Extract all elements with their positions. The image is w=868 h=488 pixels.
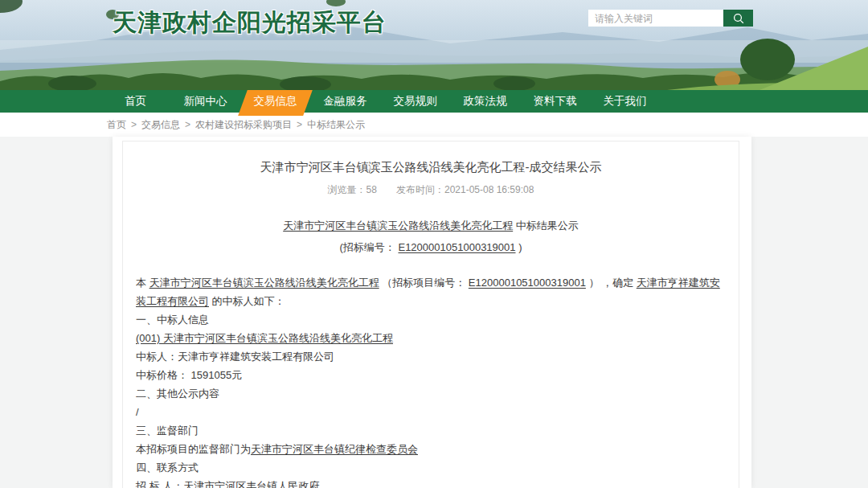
breadcrumb-separator: > xyxy=(297,119,302,130)
search-input[interactable] xyxy=(588,10,723,27)
breadcrumb-separator: > xyxy=(131,119,137,130)
body-line: / xyxy=(136,403,726,421)
notice-heading-line1: 天津市宁河区丰台镇滨玉公路线沿线美化亮化工程 中标结果公示 xyxy=(136,215,726,236)
nav-item-label: 交易规则 xyxy=(394,94,437,109)
nav-item[interactable]: 金融服务 xyxy=(310,90,380,113)
text-segment: 中标人：天津市亨祥建筑安装工程有限公司 xyxy=(136,351,334,363)
breadcrumb-link[interactable]: 农村建设招标采购项目 xyxy=(195,119,292,130)
body-line: 三、监督部门 xyxy=(136,421,726,440)
text-segment: （招标项目编号： xyxy=(379,277,469,289)
text-segment: (招标编号： xyxy=(340,241,399,253)
nav-item[interactable]: 新闻中心 xyxy=(170,90,240,113)
search-button[interactable] xyxy=(723,10,753,27)
text-segment: ) xyxy=(516,241,522,253)
underlined-text: (001) 天津市宁河区丰台镇滨玉公路线沿线美化亮化工程 xyxy=(136,332,393,344)
site-title: 天津政村企阳光招采平台 xyxy=(113,6,387,39)
search-icon xyxy=(732,12,745,25)
main-nav: 首页新闻中心交易信息金融服务交易规则政策法规资料下载关于我们 xyxy=(0,90,868,113)
underlined-text: E1200001051000319001 xyxy=(398,241,515,253)
nav-item-active[interactable]: 交易信息 xyxy=(240,90,310,113)
text-segment: 三、监督部门 xyxy=(136,424,199,437)
text-segment: 一、中标人信息 xyxy=(136,314,209,326)
nav-item-label: 政策法规 xyxy=(464,94,507,109)
text-segment: / xyxy=(136,406,139,418)
nav-item-label: 资料下载 xyxy=(534,94,577,109)
publish-time-label: 发布时间： xyxy=(396,184,444,195)
body-line: 中标价格： 1591055元 xyxy=(136,366,726,384)
nav-item-label: 首页 xyxy=(125,94,146,109)
publish-time: 2021-05-08 16:59:08 xyxy=(444,184,534,195)
site-header: 天津政村企阳光招采平台 xyxy=(0,0,868,90)
underlined-text: 天津市宁河区丰台镇纪律检查委员会 xyxy=(251,443,418,455)
nav-item-label: 关于我们 xyxy=(604,94,647,109)
body-line: 二、其他公示内容 xyxy=(136,384,726,403)
underlined-text: E1200001051000319001 xyxy=(469,277,586,289)
body-line: 本招标项目的监督部门为天津市宁河区丰台镇纪律检查委员会 xyxy=(136,440,726,458)
notice-heading-line2: (招标编号： E1200001051000319001 ) xyxy=(136,237,726,257)
text-segment: ） ，确定 xyxy=(586,277,637,289)
breadcrumb: 首页>交易信息>农村建设招标采购项目>中标结果公示 xyxy=(0,113,868,137)
notice-body: 本 天津市宁河区丰台镇滨玉公路线沿线美化亮化工程 （招标项目编号： E12000… xyxy=(136,273,726,488)
nav-item[interactable]: 政策法规 xyxy=(450,90,520,113)
body-line: 本 天津市宁河区丰台镇滨玉公路线沿线美化亮化工程 （招标项目编号： E12000… xyxy=(136,273,726,310)
body-line: (001) 天津市宁河区丰台镇滨玉公路线沿线美化亮化工程 xyxy=(136,329,726,347)
breadcrumb-link[interactable]: 首页 xyxy=(107,119,126,130)
views-count: 58 xyxy=(366,184,377,195)
nav-item-label: 新闻中心 xyxy=(184,94,227,109)
nav-item[interactable]: 首页 xyxy=(100,90,170,113)
text-segment: 招 标 人：天津市宁河区丰台镇人民政府 xyxy=(136,480,319,488)
text-segment: 中标价格： 1591055元 xyxy=(136,369,242,381)
text-segment: 本 xyxy=(136,277,149,289)
nav-item[interactable]: 资料下载 xyxy=(520,90,590,113)
body-line: 一、中标人信息 xyxy=(136,310,726,329)
views-label: 浏览量： xyxy=(328,184,366,195)
text-segment: 中标结果公示 xyxy=(513,219,579,232)
underlined-text: 天津市宁河区丰台镇滨玉公路线沿线美化亮化工程 xyxy=(283,219,513,232)
content-card: 天津市宁河区丰台镇滨玉公路线沿线美化亮化工程-成交结果公示 浏览量：58发布时间… xyxy=(113,137,751,488)
body-line: 中标人：天津市亨祥建筑安装工程有限公司 xyxy=(136,347,726,366)
page-body: 天津市宁河区丰台镇滨玉公路线沿线美化亮化工程-成交结果公示 浏览量：58发布时间… xyxy=(0,137,868,488)
text-segment: 本招标项目的监督部门为 xyxy=(136,443,251,455)
text-segment: 的中标人如下： xyxy=(209,295,285,307)
article-meta: 浏览量：58发布时间：2021-05-08 16:59:08 xyxy=(136,183,726,197)
nav-item-label: 交易信息 xyxy=(254,94,297,109)
body-line: 四、联系方式 xyxy=(136,458,726,477)
article-title: 天津市宁河区丰台镇滨玉公路线沿线美化亮化工程-成交结果公示 xyxy=(136,159,726,175)
text-segment: 四、联系方式 xyxy=(136,461,199,474)
nav-item[interactable]: 交易规则 xyxy=(380,90,450,113)
underlined-text: 天津市宁河区丰台镇滨玉公路线沿线美化亮化工程 xyxy=(149,277,379,289)
breadcrumb-current: 中标结果公示 xyxy=(307,119,365,130)
nav-item[interactable]: 关于我们 xyxy=(590,90,660,113)
search-bar xyxy=(588,10,753,27)
text-segment: 二、其他公示内容 xyxy=(136,388,219,400)
breadcrumb-separator: > xyxy=(185,119,190,130)
body-line: 招 标 人：天津市宁河区丰台镇人民政府 xyxy=(136,477,726,488)
content-card-inner: 天津市宁河区丰台镇滨玉公路线沿线美化亮化工程-成交结果公示 浏览量：58发布时间… xyxy=(122,141,739,488)
nav-item-label: 金融服务 xyxy=(324,94,367,109)
breadcrumb-link[interactable]: 交易信息 xyxy=(141,119,180,130)
